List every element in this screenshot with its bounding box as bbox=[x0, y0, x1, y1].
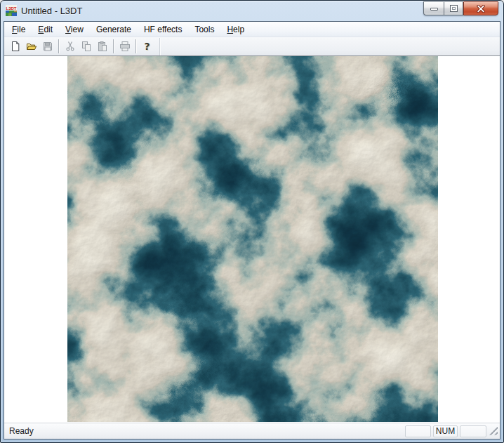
status-pane-cap bbox=[405, 425, 431, 437]
print-printer-icon bbox=[119, 41, 131, 52]
window-client-frame: File Edit View Generate HF effects Tools… bbox=[4, 21, 500, 439]
l3dt-logo-icon: L3DT bbox=[6, 5, 17, 16]
close-icon bbox=[477, 5, 485, 13]
open-folder-icon bbox=[26, 41, 37, 52]
status-bar: Ready NUM bbox=[4, 423, 500, 439]
status-message: Ready bbox=[9, 426, 34, 436]
save-floppy-icon bbox=[42, 41, 53, 52]
cut-scissors-icon bbox=[65, 41, 76, 52]
menu-item-tools[interactable]: Tools bbox=[188, 22, 220, 37]
help-button[interactable]: ? bbox=[139, 39, 155, 54]
open-button[interactable] bbox=[23, 39, 39, 54]
menu-bar: File Edit View Generate HF effects Tools… bbox=[4, 22, 500, 37]
terrain-map-view[interactable] bbox=[67, 56, 438, 422]
maximize-icon bbox=[450, 5, 458, 12]
app-window: L3DT Untitled - L3DT bbox=[0, 0, 504, 443]
caption-buttons bbox=[423, 1, 498, 15]
new-document-icon bbox=[10, 41, 21, 52]
menu-item-generate[interactable]: Generate bbox=[90, 22, 138, 37]
print-button[interactable] bbox=[117, 39, 133, 54]
toolbar-separator bbox=[113, 39, 114, 53]
toolbar: ? bbox=[4, 37, 500, 56]
copy-button[interactable] bbox=[78, 39, 94, 54]
minimize-icon bbox=[430, 8, 438, 11]
menu-item-edit[interactable]: Edit bbox=[32, 22, 59, 37]
minimize-button[interactable] bbox=[423, 1, 444, 15]
copy-pages-icon bbox=[81, 41, 92, 52]
screen: L3DT Untitled - L3DT bbox=[0, 0, 504, 443]
window-title: Untitled - L3DT bbox=[21, 6, 82, 16]
paste-button[interactable] bbox=[94, 39, 110, 54]
menu-item-help[interactable]: Help bbox=[220, 22, 251, 37]
save-button[interactable] bbox=[39, 39, 55, 54]
new-button[interactable] bbox=[7, 39, 23, 54]
terrain-texture bbox=[67, 56, 438, 422]
toolbar-band-separator bbox=[159, 38, 160, 55]
help-question-icon: ? bbox=[144, 41, 150, 51]
title-bar[interactable]: L3DT Untitled - L3DT bbox=[1, 1, 503, 21]
status-panes: NUM bbox=[403, 425, 498, 437]
client-area bbox=[4, 56, 500, 423]
paste-clipboard-icon bbox=[97, 41, 108, 52]
svg-text:L3DT: L3DT bbox=[6, 6, 17, 11]
menu-item-file[interactable]: File bbox=[6, 22, 32, 37]
status-pane-num: NUM bbox=[433, 425, 458, 437]
toolbar-separator bbox=[135, 39, 136, 53]
menu-item-hf-effects[interactable]: HF effects bbox=[138, 22, 188, 37]
menu-item-view[interactable]: View bbox=[59, 22, 90, 37]
toolbar-separator bbox=[58, 39, 59, 53]
cut-button[interactable] bbox=[62, 39, 78, 54]
resize-grip[interactable] bbox=[489, 426, 498, 435]
maximize-button[interactable] bbox=[444, 1, 463, 15]
close-button[interactable] bbox=[463, 1, 498, 15]
status-pane-scrl bbox=[460, 425, 486, 437]
